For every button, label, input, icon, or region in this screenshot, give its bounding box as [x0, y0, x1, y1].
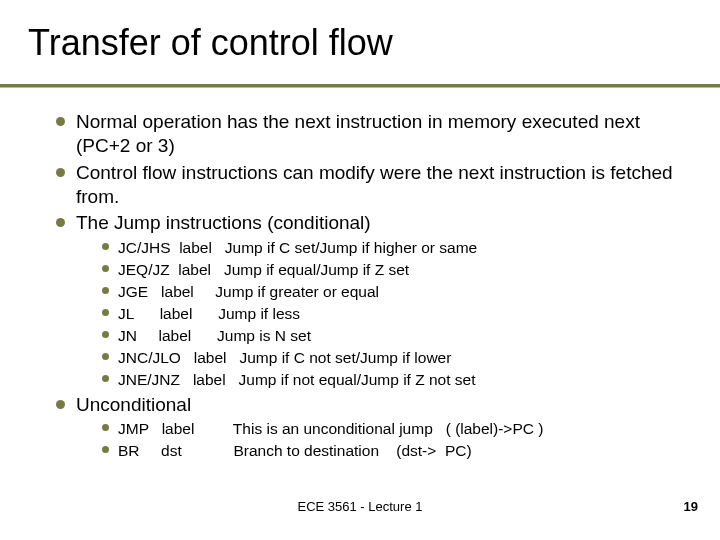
bullet-item: Normal operation has the next instructio… — [56, 110, 680, 159]
page-number: 19 — [684, 499, 698, 514]
sub-bullet-item: JEQ/JZ label Jump if equal/Jump if Z set — [102, 260, 680, 280]
sub-bullet-text: JL label Jump if less — [118, 305, 300, 322]
sub-bullet-list: JC/JHS label Jump if C set/Jump if highe… — [102, 238, 680, 391]
bullet-item: The Jump instructions (conditional) JC/J… — [56, 211, 680, 390]
bullet-text: Control flow instructions can modify wer… — [76, 162, 673, 207]
bullet-text: The Jump instructions (conditional) — [76, 212, 371, 233]
bullet-list: Normal operation has the next instructio… — [56, 110, 680, 461]
sub-bullet-item: JL label Jump if less — [102, 304, 680, 324]
bullet-text: Unconditional — [76, 394, 191, 415]
sub-bullet-text: JMP label This is an unconditional jump … — [118, 420, 543, 437]
sub-bullet-item: JGE label Jump if greater or equal — [102, 282, 680, 302]
sub-bullet-text: JC/JHS label Jump if C set/Jump if highe… — [118, 239, 477, 256]
slide: Transfer of control flow Normal operatio… — [0, 0, 720, 540]
title-underline — [0, 84, 720, 87]
sub-bullet-item: BR dst Branch to destination (dst-> PC) — [102, 441, 680, 461]
sub-bullet-text: JNE/JNZ label Jump if not equal/Jump if … — [118, 371, 476, 388]
bullet-text: Normal operation has the next instructio… — [76, 111, 640, 156]
slide-title: Transfer of control flow — [28, 18, 692, 72]
sub-bullet-text: JGE label Jump if greater or equal — [118, 283, 379, 300]
sub-bullet-text: JN label Jump is N set — [118, 327, 311, 344]
sub-bullet-item: JMP label This is an unconditional jump … — [102, 419, 680, 439]
sub-bullet-item: JC/JHS label Jump if C set/Jump if highe… — [102, 238, 680, 258]
bullet-item: Unconditional JMP label This is an uncon… — [56, 393, 680, 462]
sub-bullet-list: JMP label This is an unconditional jump … — [102, 419, 680, 461]
sub-bullet-text: JNC/JLO label Jump if C not set/Jump if … — [118, 349, 451, 366]
sub-bullet-text: BR dst Branch to destination (dst-> PC) — [118, 442, 472, 459]
sub-bullet-item: JNC/JLO label Jump if C not set/Jump if … — [102, 348, 680, 368]
footer-text: ECE 3561 - Lecture 1 — [0, 499, 720, 514]
slide-body: Normal operation has the next instructio… — [56, 110, 680, 463]
sub-bullet-item: JNE/JNZ label Jump if not equal/Jump if … — [102, 370, 680, 390]
sub-bullet-item: JN label Jump is N set — [102, 326, 680, 346]
sub-bullet-text: JEQ/JZ label Jump if equal/Jump if Z set — [118, 261, 409, 278]
bullet-item: Control flow instructions can modify wer… — [56, 161, 680, 210]
